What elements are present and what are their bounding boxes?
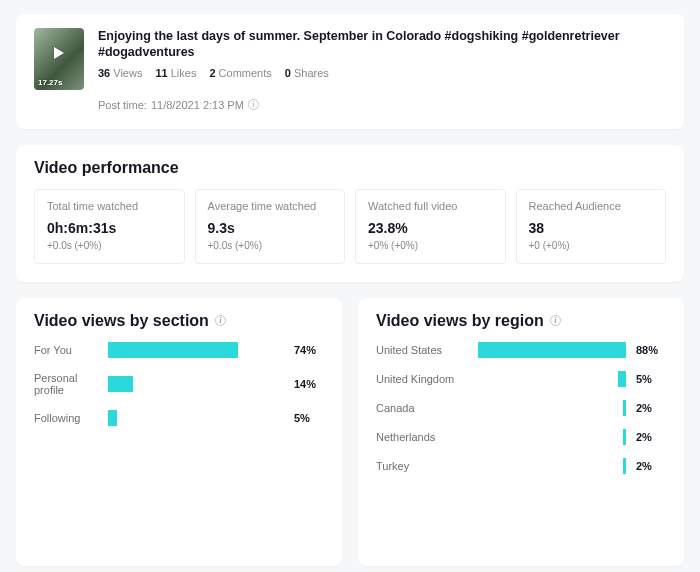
- kpi-box: Reached Audience38+0 (+0%): [516, 189, 667, 264]
- views-by-region-heading: Video views by region: [376, 312, 544, 330]
- bar-value: 2%: [636, 431, 666, 443]
- kpi-value: 38: [529, 220, 654, 236]
- region-bars: United States88%United Kingdom5%Canada2%…: [376, 342, 666, 474]
- bar-value: 5%: [636, 373, 666, 385]
- kpi-label: Reached Audience: [529, 200, 654, 212]
- info-icon[interactable]: [550, 315, 561, 326]
- bar-fill: [623, 458, 626, 474]
- video-performance-heading: Video performance: [34, 159, 666, 177]
- kpi-value: 9.3s: [208, 220, 333, 236]
- likes-label: Likes: [171, 67, 197, 79]
- kpi-box: Watched full video23.8%+0% (+0%): [355, 189, 506, 264]
- kpi-label: Total time watched: [47, 200, 172, 212]
- views-count: 36: [98, 67, 110, 79]
- bar-fill: [478, 342, 626, 358]
- bar-row: For You74%: [34, 342, 324, 358]
- kpi-box: Average time watched9.3s+0.0s (+0%): [195, 189, 346, 264]
- bar-label: Canada: [376, 402, 458, 414]
- video-thumbnail[interactable]: 17.27s: [34, 28, 84, 90]
- kpi-delta: +0 (+0%): [529, 240, 654, 251]
- video-header-card: 17.27s Enjoying the last days of summer.…: [16, 14, 684, 129]
- bar-value: 14%: [294, 378, 324, 390]
- post-time-value: 11/8/2021 2:13 PM: [151, 99, 244, 111]
- shares-count: 0: [285, 67, 291, 79]
- kpi-delta: +0.0s (+0%): [208, 240, 333, 251]
- bar-value: 88%: [636, 344, 666, 356]
- video-header-main: Enjoying the last days of summer. Septem…: [98, 28, 666, 111]
- bar-row: Turkey2%: [376, 458, 666, 474]
- bar-row: Netherlands2%: [376, 429, 666, 445]
- kpi-label: Average time watched: [208, 200, 333, 212]
- section-bars: For You74%Personal profile14%Following5%: [34, 342, 324, 426]
- bar-fill: [108, 342, 238, 358]
- bar-row: Personal profile14%: [34, 372, 324, 396]
- video-title: Enjoying the last days of summer. Septem…: [98, 28, 666, 61]
- bar-track: [458, 400, 626, 416]
- bar-value: 2%: [636, 402, 666, 414]
- kpi-row: Total time watched0h:6m:31s+0.0s (+0%)Av…: [34, 189, 666, 264]
- info-icon[interactable]: [248, 99, 259, 110]
- bar-track: [108, 376, 284, 392]
- bar-track: [108, 342, 284, 358]
- bar-track: [458, 429, 626, 445]
- bar-track: [458, 458, 626, 474]
- views-by-section-card: Video views by section For You74%Persona…: [16, 298, 342, 566]
- bar-value: 5%: [294, 412, 324, 424]
- play-icon: [54, 47, 64, 59]
- bar-row: Canada2%: [376, 400, 666, 416]
- kpi-value: 0h:6m:31s: [47, 220, 172, 236]
- bar-label: Personal profile: [34, 372, 108, 396]
- bar-label: Following: [34, 412, 108, 424]
- bar-label: United Kingdom: [376, 373, 458, 385]
- bar-label: For You: [34, 344, 108, 356]
- bar-fill: [108, 376, 133, 392]
- bar-track: [458, 342, 626, 358]
- bar-value: 2%: [636, 460, 666, 472]
- video-stats-row: 36Views 11Likes 2Comments 0Shares: [98, 67, 666, 79]
- likes-count: 11: [155, 67, 167, 79]
- bar-fill: [108, 410, 117, 426]
- bar-track: [458, 371, 626, 387]
- post-time: Post time: 11/8/2021 2:13 PM: [98, 99, 666, 111]
- video-duration: 17.27s: [38, 78, 62, 87]
- comments-label: Comments: [219, 67, 272, 79]
- kpi-box: Total time watched0h:6m:31s+0.0s (+0%): [34, 189, 185, 264]
- comments-count: 2: [209, 67, 215, 79]
- bar-value: 74%: [294, 344, 324, 356]
- bar-fill: [623, 400, 626, 416]
- bar-label: United States: [376, 344, 458, 356]
- bar-row: United States88%: [376, 342, 666, 358]
- bar-row: Following5%: [34, 410, 324, 426]
- bar-label: Turkey: [376, 460, 458, 472]
- views-by-region-card: Video views by region United States88%Un…: [358, 298, 684, 566]
- kpi-delta: +0% (+0%): [368, 240, 493, 251]
- views-label: Views: [113, 67, 142, 79]
- bar-track: [108, 410, 284, 426]
- shares-label: Shares: [294, 67, 329, 79]
- info-icon[interactable]: [215, 315, 226, 326]
- bar-label: Netherlands: [376, 431, 458, 443]
- bar-fill: [623, 429, 626, 445]
- bar-row: United Kingdom5%: [376, 371, 666, 387]
- views-by-section-heading: Video views by section: [34, 312, 209, 330]
- kpi-value: 23.8%: [368, 220, 493, 236]
- kpi-label: Watched full video: [368, 200, 493, 212]
- post-time-label: Post time:: [98, 99, 147, 111]
- bar-fill: [618, 371, 626, 387]
- kpi-delta: +0.0s (+0%): [47, 240, 172, 251]
- video-performance-card: Video performance Total time watched0h:6…: [16, 145, 684, 282]
